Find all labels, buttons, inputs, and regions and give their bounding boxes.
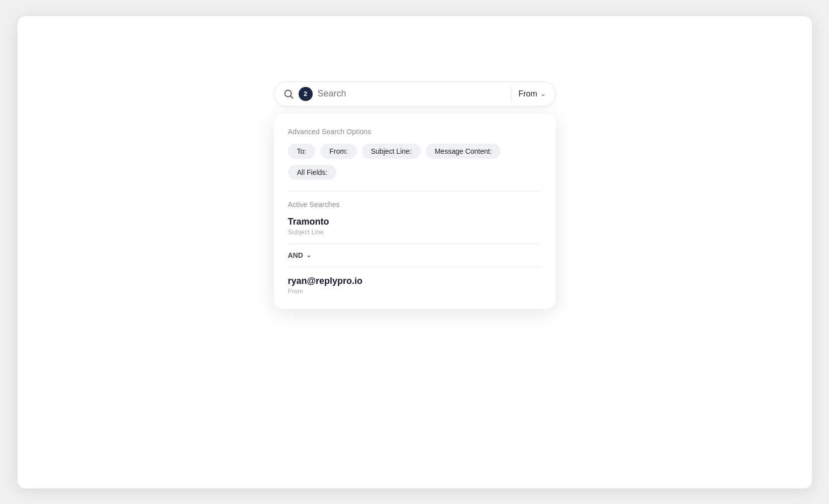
chip-from[interactable]: From: <box>320 144 357 159</box>
search-icon <box>284 89 294 99</box>
and-operator[interactable]: AND ⌄ <box>288 244 541 266</box>
chips-row: To: From: Subject Line: Message Content: <box>288 144 541 159</box>
search-bar[interactable]: 2 From ⌄ <box>274 81 556 107</box>
and-label: AND <box>288 251 303 259</box>
chip-message[interactable]: Message Content: <box>426 144 501 159</box>
advanced-search-dropdown: Advanced Search Options To: From: Subjec… <box>274 114 556 309</box>
active-search-item-2: ryan@replypro.io From <box>288 267 541 295</box>
active-search-label-2: From <box>288 287 541 295</box>
chevron-down-icon: ⌄ <box>540 90 546 97</box>
section-divider <box>288 191 541 191</box>
advanced-section-title: Advanced Search Options <box>288 128 541 136</box>
svg-line-1 <box>291 96 293 98</box>
chip-all-fields[interactable]: All Fields: <box>288 165 337 180</box>
active-filters-badge: 2 <box>299 87 313 101</box>
active-search-value-1: Tramonto <box>288 217 541 227</box>
and-chevron-icon: ⌄ <box>306 252 311 259</box>
active-section-title: Active Searches <box>288 200 541 209</box>
active-search-value-2: ryan@replypro.io <box>288 276 541 286</box>
browser-window: 2 From ⌄ Advanced Search Options To: Fro… <box>18 16 812 488</box>
divider <box>511 87 511 101</box>
chip-to[interactable]: To: <box>288 144 316 159</box>
active-search-item-1: Tramonto Subject Line <box>288 217 541 236</box>
from-label: From <box>518 89 537 98</box>
from-selector[interactable]: From ⌄ <box>518 89 545 98</box>
chip-subject[interactable]: Subject Line: <box>362 144 421 159</box>
active-search-label-1: Subject Line <box>288 228 541 236</box>
chips-row-2: All Fields: <box>288 165 541 180</box>
search-input[interactable] <box>318 88 504 99</box>
